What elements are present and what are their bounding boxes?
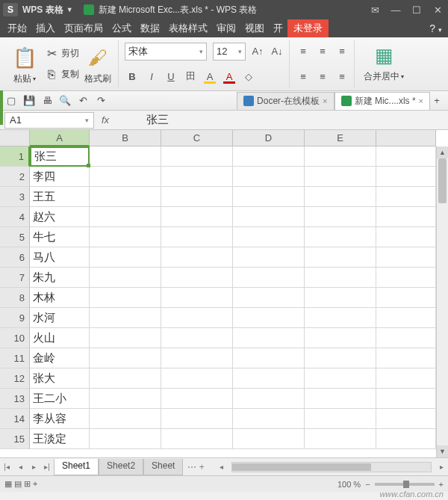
cell-A15[interactable]: 王淡定 <box>30 429 90 449</box>
cell-E13[interactable] <box>305 389 376 409</box>
cell-A1[interactable]: 张三 <box>30 146 90 167</box>
cell-C13[interactable] <box>161 389 233 409</box>
zoom-slider[interactable] <box>375 483 435 486</box>
cell-D6[interactable] <box>233 247 305 268</box>
menu-insert[interactable]: 插入 <box>31 19 60 37</box>
align-left-icon[interactable]: ≡ <box>296 69 311 84</box>
scroll-down-icon[interactable]: ▼ <box>437 445 448 457</box>
cell-D13[interactable] <box>233 389 305 409</box>
align-top-icon[interactable]: ≡ <box>296 44 311 59</box>
cell-C9[interactable] <box>161 308 233 328</box>
copy-button[interactable]: ⎘复制 <box>43 67 79 83</box>
fx-icon[interactable]: fx <box>102 114 109 126</box>
row-header-10[interactable]: 10 <box>0 328 30 348</box>
cell-E6[interactable] <box>305 247 376 268</box>
row-header-1[interactable]: 1 <box>0 146 30 167</box>
cell-D10[interactable] <box>233 328 305 348</box>
cell-E8[interactable] <box>305 288 376 308</box>
format-painter-button[interactable]: 🖌 格式刷 <box>82 40 113 87</box>
close-icon[interactable]: × <box>323 96 327 105</box>
cell-B3[interactable] <box>90 187 161 207</box>
row-header-14[interactable]: 14 <box>0 409 30 429</box>
cell-A10[interactable]: 火山 <box>30 328 90 348</box>
cell-E4[interactable] <box>305 207 376 227</box>
cell-D8[interactable] <box>233 288 305 308</box>
cell-B7[interactable] <box>90 268 161 288</box>
cell-E2[interactable] <box>305 167 376 187</box>
cell-D2[interactable] <box>233 167 305 187</box>
cell-D7[interactable] <box>233 268 305 288</box>
increase-font-icon[interactable]: A↑ <box>250 44 265 59</box>
cell-D14[interactable] <box>233 409 305 429</box>
scroll-up-icon[interactable]: ▲ <box>437 146 448 158</box>
row-header-8[interactable]: 8 <box>0 288 30 308</box>
new-icon[interactable]: ▢ <box>4 94 18 108</box>
cell-A12[interactable]: 张大 <box>30 368 90 389</box>
column-header-A[interactable]: A <box>30 130 90 146</box>
font-color-button[interactable]: A <box>222 69 237 84</box>
cell-C11[interactable] <box>161 348 233 368</box>
login-button[interactable]: 未登录 <box>287 19 329 37</box>
cell-E12[interactable] <box>305 368 376 389</box>
row-header-5[interactable]: 5 <box>0 227 30 247</box>
cell-B15[interactable] <box>90 429 161 449</box>
cell-A11[interactable]: 金岭 <box>30 348 90 368</box>
cell-B8[interactable] <box>90 288 161 308</box>
menu-formula[interactable]: 公式 <box>108 19 136 37</box>
cell-D1[interactable] <box>233 146 305 167</box>
row-header-12[interactable]: 12 <box>0 368 30 389</box>
undo-icon[interactable]: ↶ <box>76 94 90 108</box>
row-header-6[interactable]: 6 <box>0 247 30 268</box>
add-tab-icon[interactable]: + <box>430 94 444 108</box>
cell-B12[interactable] <box>90 368 161 389</box>
cell-D9[interactable] <box>233 308 305 328</box>
font-name-select[interactable]: 宋体▾ <box>125 43 207 61</box>
name-box[interactable]: A1▾ <box>4 112 94 129</box>
row-header-4[interactable]: 4 <box>0 207 30 227</box>
cell-D4[interactable] <box>233 207 305 227</box>
close-button[interactable]: ✕ <box>427 0 448 19</box>
row-header-7[interactable]: 7 <box>0 268 30 288</box>
close-icon[interactable]: × <box>419 96 423 105</box>
cell-A6[interactable]: 马八 <box>30 247 90 268</box>
tab-active-doc[interactable]: 新建 Mic....xls * × <box>335 92 430 110</box>
cell-E1[interactable] <box>305 146 376 167</box>
column-header-D[interactable]: D <box>233 130 305 146</box>
scroll-thumb[interactable] <box>438 158 447 203</box>
cell-E9[interactable] <box>305 308 376 328</box>
cell-C14[interactable] <box>161 409 233 429</box>
menu-start[interactable]: 开始 <box>3 19 31 37</box>
cell-A8[interactable]: 木林 <box>30 288 90 308</box>
cell-E5[interactable] <box>305 227 376 247</box>
zoom-in-icon[interactable]: + <box>439 480 444 489</box>
menu-dev[interactable]: 开 <box>269 19 287 37</box>
paste-button[interactable]: 📋 粘贴▾ <box>9 40 40 87</box>
cell-C8[interactable] <box>161 288 233 308</box>
cell-A13[interactable]: 王二小 <box>30 389 90 409</box>
sheet-tab-1[interactable]: Sheet1 <box>54 459 99 475</box>
cell-E7[interactable] <box>305 268 376 288</box>
cell-C4[interactable] <box>161 207 233 227</box>
redo-icon[interactable]: ↷ <box>94 94 108 108</box>
cell-A4[interactable]: 赵六 <box>30 207 90 227</box>
select-all-corner[interactable] <box>0 130 30 146</box>
clear-format-button[interactable]: ◇ <box>241 69 256 84</box>
column-header-E[interactable]: E <box>305 130 376 146</box>
cell-A7[interactable]: 朱九 <box>30 268 90 288</box>
sheet-nav-next-icon[interactable]: ▸ <box>27 460 40 475</box>
italic-button[interactable]: I <box>144 69 159 84</box>
add-sheet-button[interactable]: ⋯ + <box>183 460 208 474</box>
sheet-tab-3[interactable]: Sheet <box>143 459 183 475</box>
cell-C1[interactable] <box>161 146 233 167</box>
sheet-nav-last-icon[interactable]: ▸| <box>40 460 54 475</box>
menu-review[interactable]: 审阅 <box>212 19 240 37</box>
decrease-font-icon[interactable]: A↓ <box>270 44 284 59</box>
row-header-2[interactable]: 2 <box>0 167 30 187</box>
hscroll-left-icon[interactable]: ◂ <box>215 460 228 475</box>
row-header-3[interactable]: 3 <box>0 187 30 207</box>
column-header-C[interactable]: C <box>161 130 233 146</box>
cell-A9[interactable]: 水河 <box>30 308 90 328</box>
cell-C12[interactable] <box>161 368 233 389</box>
cell-E3[interactable] <box>305 187 376 207</box>
cell-B4[interactable] <box>90 207 161 227</box>
